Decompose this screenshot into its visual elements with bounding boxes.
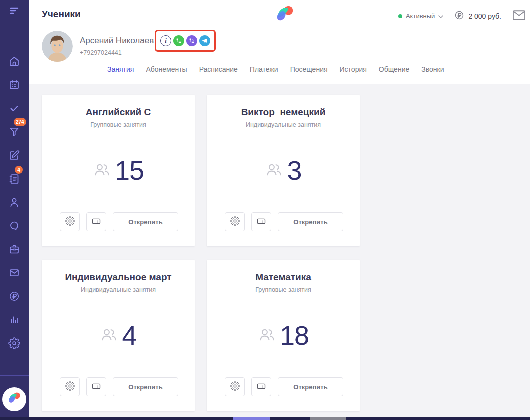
gear-icon bbox=[230, 216, 240, 227]
tab-subscriptions[interactable]: Абонементы bbox=[146, 65, 187, 73]
horizontal-scrollbar[interactable] bbox=[0, 417, 530, 420]
brand-logo-icon bbox=[274, 4, 296, 27]
sidebar-item-notebook[interactable]: 4 bbox=[0, 167, 29, 190]
sidebar-item-tasks[interactable] bbox=[0, 96, 29, 120]
lesson-type: Групповые занятия bbox=[90, 121, 146, 128]
lesson-title: Виктор_немецкий bbox=[242, 107, 326, 118]
tab-history[interactable]: История bbox=[340, 65, 367, 73]
ticket-icon bbox=[256, 381, 266, 393]
whatsapp-icon[interactable] bbox=[174, 35, 184, 46]
status-dropdown[interactable]: Активный bbox=[398, 12, 444, 20]
balance-value: 2 000 руб. bbox=[468, 12, 502, 20]
tab-payments[interactable]: Платежи bbox=[250, 65, 278, 73]
header-actions: Активный 2 000 руб. bbox=[398, 10, 526, 22]
lesson-ticket-button[interactable] bbox=[252, 377, 272, 396]
lesson-card: Английский С Групповые занятия 15 Откреп… bbox=[42, 95, 195, 246]
app-logo-icon bbox=[7, 391, 22, 408]
group-people-icon bbox=[93, 160, 111, 180]
funnel-count-badge: 274 bbox=[14, 118, 26, 126]
unpin-button[interactable]: Открепить bbox=[278, 212, 344, 231]
telegram-icon[interactable] bbox=[200, 35, 210, 46]
student-phone: +79297024441 bbox=[80, 49, 122, 56]
group-people-icon bbox=[258, 325, 276, 345]
gear-icon bbox=[8, 337, 20, 349]
lesson-settings-button[interactable] bbox=[225, 377, 245, 396]
ruble-coin-icon bbox=[454, 10, 464, 22]
tab-schedule[interactable]: Расписание bbox=[200, 65, 238, 73]
profile-tabs: Занятия Абонементы Расписание Платежи По… bbox=[108, 65, 444, 73]
tab-attendance[interactable]: Посещения bbox=[290, 65, 328, 73]
group-people-icon bbox=[265, 160, 283, 180]
lesson-settings-button[interactable] bbox=[60, 212, 80, 231]
student-avatar[interactable] bbox=[42, 31, 73, 62]
tab-communication[interactable]: Общение bbox=[379, 65, 410, 73]
info-icon[interactable]: i bbox=[160, 35, 172, 46]
notebook-icon bbox=[8, 173, 20, 185]
students-count: 15 bbox=[115, 155, 144, 186]
lesson-type: Индивидуальные занятия bbox=[246, 121, 321, 128]
gear-icon bbox=[230, 381, 240, 392]
sidebar-item-settings[interactable] bbox=[0, 331, 29, 355]
chevron-down-icon bbox=[438, 12, 444, 20]
student-icon bbox=[8, 196, 20, 208]
sidebar-divider bbox=[0, 375, 29, 376]
sidebar-item-students[interactable] bbox=[0, 190, 29, 214]
sidebar-item-payments[interactable] bbox=[0, 284, 29, 308]
home-icon bbox=[8, 55, 20, 67]
lesson-settings-button[interactable] bbox=[60, 377, 80, 396]
ticket-icon bbox=[92, 216, 102, 228]
lesson-ticket-button[interactable] bbox=[86, 377, 106, 396]
sidebar: 274 4 bbox=[0, 0, 29, 420]
app-window: 274 4 bbox=[0, 0, 530, 420]
lesson-type: Индивидуальные занятия bbox=[81, 286, 156, 293]
sidebar-item-funnel[interactable]: 274 bbox=[0, 120, 29, 143]
unpin-button[interactable]: Открепить bbox=[278, 377, 344, 396]
tab-lessons[interactable]: Занятия bbox=[108, 65, 134, 73]
calendar-icon bbox=[8, 79, 20, 91]
lesson-title: Индивидуальное март bbox=[65, 272, 172, 283]
funnel-icon bbox=[8, 126, 20, 138]
lesson-title: Математика bbox=[256, 272, 312, 283]
envelope-icon bbox=[512, 10, 526, 22]
lesson-ticket-button[interactable] bbox=[86, 212, 106, 231]
contact-annotation-box: i bbox=[155, 30, 216, 52]
messages-button[interactable] bbox=[512, 10, 526, 22]
ticket-icon bbox=[92, 381, 102, 393]
sidebar-item-home[interactable] bbox=[0, 49, 29, 73]
page-header: Ученики Активный 2 000 руб. bbox=[29, 0, 530, 84]
lesson-settings-button[interactable] bbox=[225, 212, 245, 231]
lesson-card: Математика Групповые занятия 18 Открепит… bbox=[207, 260, 360, 411]
gear-icon bbox=[66, 216, 75, 227]
lesson-card-grid: Английский С Групповые занятия 15 Откреп… bbox=[42, 95, 530, 411]
scrollbar-thumb[interactable] bbox=[310, 417, 346, 420]
sidebar-item-stats[interactable] bbox=[0, 308, 29, 331]
sidebar-item-calendar[interactable] bbox=[0, 73, 29, 96]
unpin-button[interactable]: Открепить bbox=[113, 377, 178, 396]
scrollbar-thumb[interactable] bbox=[233, 417, 270, 420]
lesson-ticket-button[interactable] bbox=[252, 212, 272, 231]
notebook-count-badge: 4 bbox=[15, 166, 23, 174]
app-logo[interactable] bbox=[2, 387, 26, 411]
sidebar-nav: 274 4 bbox=[0, 49, 29, 355]
sidebar-item-clients[interactable] bbox=[0, 214, 29, 237]
sidebar-item-briefcase[interactable] bbox=[0, 237, 29, 261]
menu-toggle-button[interactable] bbox=[0, 4, 29, 19]
students-count: 3 bbox=[287, 155, 302, 186]
group-people-icon bbox=[100, 325, 118, 345]
status-dot-icon bbox=[398, 14, 402, 18]
tab-calls[interactable]: Звонки bbox=[422, 65, 444, 73]
content-area: Английский С Групповые занятия 15 Откреп… bbox=[29, 84, 530, 420]
ticket-icon bbox=[256, 216, 266, 228]
balance-indicator[interactable]: 2 000 руб. bbox=[454, 10, 502, 22]
main-area: Ученики Активный 2 000 руб. bbox=[29, 0, 530, 420]
student-name: Арсений Николаев bbox=[80, 36, 154, 46]
viber-icon[interactable] bbox=[186, 35, 198, 46]
sidebar-item-mail[interactable] bbox=[0, 261, 29, 284]
sidebar-item-compose[interactable] bbox=[0, 143, 29, 167]
lesson-type: Групповые занятия bbox=[256, 286, 312, 293]
check-icon bbox=[8, 102, 20, 114]
unpin-button[interactable]: Открепить bbox=[113, 212, 178, 231]
client-head-icon bbox=[8, 220, 20, 232]
bar-chart-icon bbox=[8, 314, 20, 326]
ruble-circle-icon bbox=[8, 290, 20, 302]
